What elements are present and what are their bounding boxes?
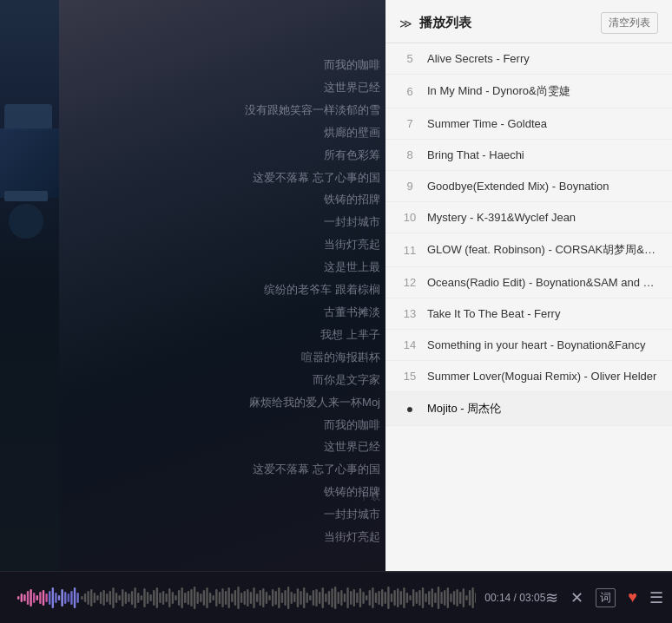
total-time: 03:05 bbox=[519, 592, 545, 604]
svg-rect-54 bbox=[188, 591, 189, 605]
svg-rect-146 bbox=[475, 593, 476, 603]
svg-rect-91 bbox=[303, 587, 305, 608]
menu-icon[interactable]: ☰ bbox=[649, 588, 663, 607]
svg-rect-126 bbox=[412, 589, 414, 607]
svg-rect-74 bbox=[250, 592, 252, 604]
svg-rect-16 bbox=[68, 593, 69, 602]
playlist-item[interactable]: 8Bring That - Haechi bbox=[385, 140, 672, 171]
item-title: Goodbye(Extended Mix) - Boynation bbox=[427, 180, 658, 193]
svg-rect-125 bbox=[409, 595, 411, 600]
svg-rect-119 bbox=[391, 593, 392, 602]
svg-rect-137 bbox=[447, 587, 449, 608]
svg-rect-104 bbox=[344, 593, 346, 602]
svg-rect-44 bbox=[156, 587, 158, 608]
watermark: 下载 bbox=[359, 490, 382, 503]
playlist-item[interactable]: 14Something in your heart - Boynation&Fa… bbox=[385, 330, 672, 361]
svg-rect-76 bbox=[256, 593, 258, 602]
playlist-item[interactable]: 10Mystery - K-391&Wyclef Jean bbox=[385, 202, 672, 233]
lyric-line-15: 而你是文字家 bbox=[52, 367, 382, 390]
svg-rect-138 bbox=[450, 593, 451, 602]
svg-rect-62 bbox=[212, 595, 214, 600]
lyrics-icon[interactable]: 词 bbox=[596, 588, 616, 607]
item-number: 8 bbox=[399, 148, 420, 161]
playlist-item[interactable]: 13Take It To The Beat - Ferry bbox=[385, 298, 672, 330]
lyric-line-18: 这世界已经 bbox=[52, 434, 382, 456]
svg-rect-103 bbox=[340, 590, 342, 606]
svg-rect-84 bbox=[281, 593, 283, 603]
svg-rect-30 bbox=[112, 587, 114, 608]
svg-rect-79 bbox=[266, 592, 267, 604]
svg-rect-0 bbox=[17, 596, 19, 600]
item-title: Oceans(Radio Edit) - Boynation&SAM and S… bbox=[427, 276, 658, 289]
playlist-item[interactable]: ●Mojito - 周杰伦 bbox=[385, 392, 672, 426]
lyric-line-7: 铁铸的招牌 bbox=[52, 187, 382, 209]
svg-rect-34 bbox=[125, 592, 127, 604]
svg-rect-31 bbox=[115, 593, 117, 603]
item-title: Mystery - K-391&Wyclef Jean bbox=[427, 211, 658, 224]
svg-rect-70 bbox=[237, 587, 239, 609]
svg-rect-60 bbox=[206, 587, 208, 608]
playlist-title: 播放列表 bbox=[419, 15, 471, 31]
waveform-area[interactable] bbox=[17, 580, 476, 615]
svg-rect-10 bbox=[49, 591, 50, 605]
left-panel: 而我的咖啡 这世界已经 没有跟她笑容一样淡郁的雪 烘廊的壁画 所有色彩筹 这爱不… bbox=[0, 0, 391, 573]
lyric-line-4: 烘廊的壁画 bbox=[52, 120, 382, 142]
playlist-header: ≫ 播放列表 清空列表 bbox=[385, 0, 672, 43]
svg-rect-47 bbox=[165, 593, 167, 602]
svg-rect-121 bbox=[397, 588, 399, 607]
svg-rect-32 bbox=[118, 595, 120, 600]
svg-rect-131 bbox=[428, 591, 430, 605]
svg-rect-78 bbox=[262, 588, 264, 607]
svg-rect-49 bbox=[172, 592, 174, 604]
waveform-svg bbox=[17, 580, 476, 615]
item-title: GLOW (feat. Robinson) - CORSAK胡梦周&Rob bbox=[427, 242, 658, 258]
svg-rect-134 bbox=[438, 587, 439, 609]
svg-rect-110 bbox=[362, 592, 364, 604]
svg-rect-88 bbox=[293, 593, 295, 602]
svg-rect-2 bbox=[23, 594, 25, 601]
svg-rect-109 bbox=[359, 588, 361, 607]
lyric-line-11: 缤纷的老爷车 跟着棕榈 bbox=[52, 277, 382, 299]
album-image-strip bbox=[0, 0, 59, 573]
playlist-item[interactable]: 7Summer Time - Goldtea bbox=[385, 108, 672, 140]
playlist-item[interactable]: 6In My Mind - Dynoro&尚雯婕 bbox=[385, 75, 672, 108]
item-number: ● bbox=[399, 402, 420, 416]
playlist-item[interactable]: 11GLOW (feat. Robinson) - CORSAK胡梦周&Rob bbox=[385, 233, 672, 267]
playlist-item[interactable]: 15Summer Lover(Moguai Remix) - Oliver He… bbox=[385, 361, 672, 392]
svg-rect-41 bbox=[147, 592, 148, 604]
item-title: Take It To The Beat - Ferry bbox=[427, 307, 658, 320]
playlist-item[interactable]: 5Alive Secrets - Ferry bbox=[385, 43, 672, 75]
sound-wave-icon[interactable]: ≋ bbox=[545, 588, 558, 607]
playlist-item[interactable]: 12Oceans(Radio Edit) - Boynation&SAM and… bbox=[385, 267, 672, 298]
player-bar: 00:14 / 03:05 ≋ ✕ 词 ♥ ☰ bbox=[0, 571, 672, 623]
svg-rect-145 bbox=[471, 587, 473, 608]
lyric-line-10: 这是世上最 bbox=[52, 254, 382, 277]
svg-rect-140 bbox=[456, 589, 458, 607]
svg-rect-123 bbox=[403, 587, 405, 608]
svg-rect-85 bbox=[284, 590, 286, 606]
heart-icon[interactable]: ♥ bbox=[628, 588, 637, 607]
item-title: In My Mind - Dynoro&尚雯婕 bbox=[427, 83, 658, 99]
lyric-line-3: 没有跟她笑容一样淡郁的雪 bbox=[52, 97, 382, 120]
playlist-item[interactable]: 9Goodbye(Extended Mix) - Boynation bbox=[385, 171, 672, 202]
svg-rect-92 bbox=[306, 593, 308, 603]
clear-playlist-button[interactable]: 清空列表 bbox=[601, 12, 658, 34]
playlist-title-group: ≫ 播放列表 bbox=[399, 15, 471, 31]
svg-rect-52 bbox=[181, 587, 182, 608]
time-display: 00:14 / 03:05 bbox=[484, 592, 545, 604]
share-icon[interactable]: ✕ bbox=[570, 588, 583, 607]
playlist-icon: ≫ bbox=[399, 16, 412, 30]
lyric-line-12: 古董书摊淡 bbox=[52, 299, 382, 322]
svg-rect-113 bbox=[372, 587, 373, 608]
playlist-panel: ≫ 播放列表 清空列表 5Alive Secrets - Ferry6In My… bbox=[385, 0, 672, 573]
svg-rect-81 bbox=[272, 589, 273, 607]
svg-rect-99 bbox=[328, 591, 330, 605]
svg-rect-42 bbox=[149, 594, 151, 601]
svg-rect-87 bbox=[291, 592, 293, 604]
svg-rect-128 bbox=[418, 590, 420, 606]
lyric-line-14: 喧嚣的海报斟杯 bbox=[52, 344, 382, 367]
svg-rect-101 bbox=[334, 587, 336, 609]
svg-rect-26 bbox=[100, 592, 102, 604]
svg-rect-17 bbox=[70, 591, 72, 605]
svg-rect-97 bbox=[322, 587, 324, 608]
